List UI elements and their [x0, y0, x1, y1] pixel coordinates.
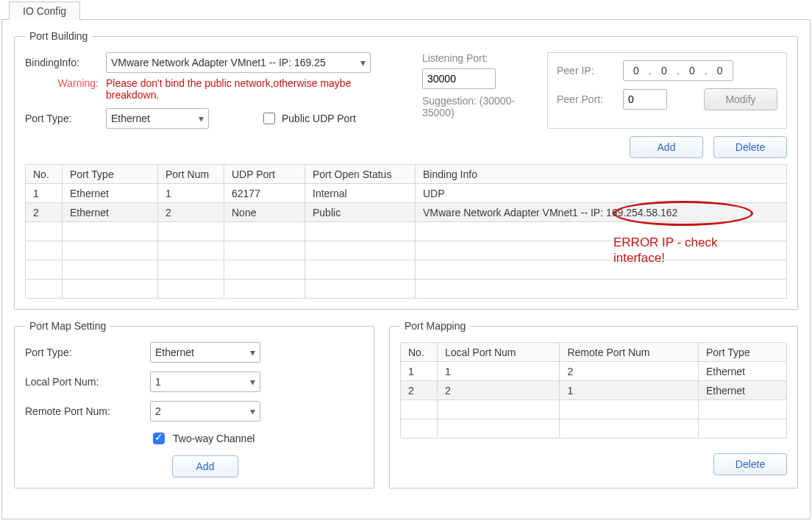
- table-port-building: No. Port Type Port Num UDP Port Port Ope…: [25, 164, 787, 299]
- checkbox-two-way-input[interactable]: [153, 433, 165, 444]
- table-row[interactable]: 1 1 2 Ethernet: [401, 362, 787, 381]
- label-public-udp: Public UDP Port: [282, 113, 356, 124]
- table-row: [26, 241, 787, 260]
- legend-port-building: Port Building: [25, 30, 92, 42]
- legend-port-map-setting: Port Map Setting: [25, 320, 110, 332]
- input-peer-ip[interactable]: 0. 0. 0. 0: [623, 60, 733, 81]
- table-row: [26, 222, 787, 241]
- chevron-down-icon: ▾: [250, 405, 255, 417]
- tab-io-config[interactable]: IO Config: [9, 1, 80, 20]
- table-row[interactable]: 1 Ethernet 1 62177 Internal UDP: [26, 184, 787, 203]
- peer-ip-octet-2: 0: [685, 65, 699, 77]
- th: Port Type: [63, 165, 158, 184]
- button-pb-delete[interactable]: Delete: [713, 136, 787, 158]
- select-pms-remote-port[interactable]: 2▾: [150, 401, 260, 422]
- peer-ip-octet-3: 0: [713, 65, 727, 77]
- input-listening-port[interactable]: [422, 68, 496, 89]
- select-port-type[interactable]: Ethernet ▾: [106, 108, 209, 129]
- label-pms-remote-port: Remote Port Num:: [25, 405, 150, 417]
- select-pms-port-type[interactable]: Ethernet▾: [150, 342, 260, 363]
- select-bindinginfo[interactable]: VMware Network Adapter VMnet1 -- IP: 169…: [106, 52, 371, 73]
- label-peer-ip: Peer IP:: [557, 65, 623, 77]
- chevron-down-icon: ▾: [250, 346, 255, 358]
- select-pms-local-port[interactable]: 1▾: [150, 372, 260, 392]
- select-port-type-value: Ethernet: [111, 113, 150, 124]
- label-peer-port: Peer Port:: [557, 93, 623, 105]
- chevron-down-icon: ▾: [250, 376, 255, 388]
- th: Port Open Status: [305, 165, 416, 184]
- table-row[interactable]: 2 Ethernet 2 None Public VMware Network …: [26, 203, 787, 222]
- button-pm-delete[interactable]: Delete: [713, 453, 787, 475]
- checkbox-two-way[interactable]: Two-way Channel: [150, 430, 254, 447]
- label-pms-local-port: Local Port Num:: [25, 376, 150, 388]
- label-listening-port: Listening Port:: [422, 52, 533, 64]
- table-row: [26, 280, 787, 299]
- select-bindinginfo-value: VMware Network Adapter VMnet1 -- IP: 169…: [111, 57, 326, 68]
- chevron-down-icon: ▾: [360, 57, 366, 68]
- chevron-down-icon: ▾: [199, 113, 204, 124]
- legend-port-mapping: Port Mapping: [400, 320, 470, 332]
- checkbox-public-udp[interactable]: Public UDP Port: [260, 110, 356, 127]
- group-port-map-setting: Port Map Setting Port Type: Ethernet▾ Lo…: [14, 320, 374, 488]
- label-bindinginfo: BindingInfo:: [25, 57, 106, 68]
- group-port-mapping: Port Mapping No. Local Port Num Remote P…: [389, 320, 798, 488]
- label-warning: Warning:: [25, 77, 106, 89]
- peer-ip-octet-0: 0: [630, 65, 643, 77]
- table-row: [401, 400, 787, 419]
- th: UDP Port: [224, 165, 305, 184]
- th: Port Num: [158, 165, 224, 184]
- main-panel: Port Building BindingInfo: VMware Networ…: [1, 19, 811, 519]
- checkbox-public-udp-input[interactable]: [263, 113, 275, 124]
- label-suggestion: Suggestion: (30000-35000): [422, 95, 533, 118]
- table-row: [26, 260, 787, 280]
- label-two-way: Two-way Channel: [173, 433, 254, 444]
- group-port-building: Port Building BindingInfo: VMware Networ…: [14, 30, 798, 310]
- table-row[interactable]: 2 2 1 Ethernet: [401, 381, 787, 400]
- table-row: [401, 419, 787, 438]
- th: Binding Info: [416, 165, 787, 184]
- label-pms-port-type: Port Type:: [25, 346, 150, 358]
- button-modify[interactable]: Modify: [704, 88, 777, 110]
- table-port-mapping: No. Local Port Num Remote Port Num Port …: [400, 342, 787, 438]
- button-pms-add[interactable]: Add: [172, 455, 238, 477]
- input-peer-port[interactable]: [623, 89, 667, 110]
- th: No.: [26, 165, 63, 184]
- table-header-row: No. Local Port Num Remote Port Num Port …: [401, 343, 787, 362]
- table-header-row: No. Port Type Port Num UDP Port Port Ope…: [26, 165, 787, 184]
- button-pb-add[interactable]: Add: [630, 136, 703, 158]
- text-warning: Please don't bind the public network,oth…: [106, 77, 378, 101]
- peer-ip-octet-1: 0: [658, 65, 671, 77]
- label-port-type: Port Type:: [25, 113, 106, 124]
